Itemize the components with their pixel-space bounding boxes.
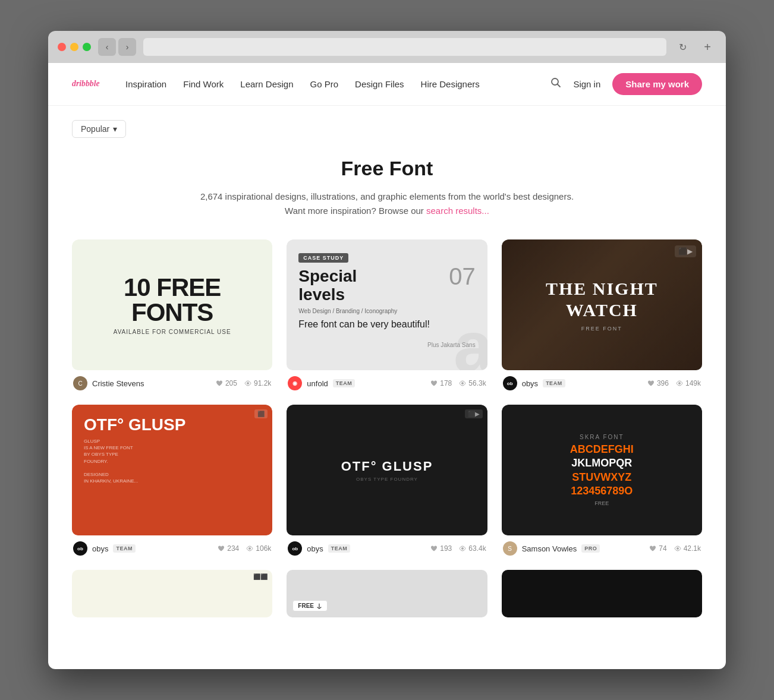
share-my-work-button[interactable]: Share my work xyxy=(612,73,702,95)
reload-button[interactable]: ↻ xyxy=(674,38,691,56)
shot-thumbnail-inner-4: OTF° GLUSP GLUSPIS A NEW FREE FONTBY OBY… xyxy=(72,405,272,535)
card2-desc: Free font can be very beautiful! xyxy=(298,319,430,330)
shot-thumbnail-inner-1: 10 FREEFONTS AVAILABLE FOR COMMERCIAL US… xyxy=(72,239,272,370)
author-name-4: obys xyxy=(92,544,108,553)
address-bar[interactable] xyxy=(143,38,666,56)
card3-title: THE NIGHTWATCH xyxy=(546,278,658,321)
likes-count-1: 205 xyxy=(225,379,237,387)
popular-dropdown[interactable]: Popular ▾ xyxy=(72,120,126,138)
views-stat-6: 42.1k xyxy=(674,544,701,553)
svg-point-8 xyxy=(677,547,679,550)
maximize-button[interactable] xyxy=(83,43,91,51)
shot-stats-6: 74 42.1k xyxy=(649,544,701,553)
likes-count-6: 74 xyxy=(659,544,666,553)
views-count-5: 63.4k xyxy=(468,544,486,553)
shot-thumbnail-1: 10 FREEFONTS AVAILABLE FOR COMMERCIAL US… xyxy=(72,239,272,370)
author-avatar-5: ob xyxy=(288,541,302,556)
views-count-3: 149k xyxy=(685,379,701,387)
nav-inspiration[interactable]: Inspiration xyxy=(125,79,166,89)
back-button[interactable]: ‹ xyxy=(98,38,116,56)
card1-subtitle: AVAILABLE FOR COMMERCIAL USE xyxy=(114,329,231,335)
likes-count-3: 396 xyxy=(657,379,669,387)
card6-row4: 123456789O xyxy=(571,484,633,498)
likes-count-5: 193 xyxy=(440,544,452,553)
shot-thumbnail-3: THE NIGHTWATCH FREE FONT ⬛▶ xyxy=(502,239,702,370)
bottom-card-1[interactable]: ⬛⬛ xyxy=(72,570,272,617)
shot-card-2[interactable]: CASE STUDY Speciallevels Web Design / Br… xyxy=(287,239,487,390)
views-count-6: 42.1k xyxy=(684,544,701,553)
forward-button[interactable]: › xyxy=(118,38,136,56)
browser-window: ‹ › ↻ + dribbble Inspiration Find Work L… xyxy=(48,31,726,669)
shot-card-6[interactable]: SKRA FONT ABCDEFGHI JKLMOPQR STUVWXYZ 12… xyxy=(502,405,702,556)
description-text: 2,674 inspirational designs, illustratio… xyxy=(200,191,574,201)
shot-thumbnail-inner-6: SKRA FONT ABCDEFGHI JKLMOPQR STUVWXYZ 12… xyxy=(502,405,702,535)
shot-meta-4: ob obys TEAM 234 106k xyxy=(72,541,272,556)
author-avatar-2: ◉ xyxy=(288,376,302,390)
views-stat-3: 149k xyxy=(676,379,701,387)
shot-card-5[interactable]: OTF° GLUSP OBYS TYPE FOUNDRY ⬛▶ ob obys … xyxy=(287,405,487,556)
card2-font-name: Plus Jakarta Sans xyxy=(298,342,475,348)
likes-stat-5: 193 xyxy=(430,544,452,553)
bottom-card1-icon: ⬛⬛ xyxy=(253,573,268,580)
shots-grid: 10 FREEFONTS AVAILABLE FOR COMMERCIAL US… xyxy=(72,239,702,556)
nav-go-pro[interactable]: Go Pro xyxy=(310,79,339,89)
author-name-2: unfold xyxy=(307,379,328,388)
likes-count-2: 178 xyxy=(440,379,452,387)
shot-stats-3: 396 149k xyxy=(647,379,701,387)
bottom-card-3[interactable] xyxy=(502,570,702,617)
main-content: Popular ▾ Free Font 2,674 inspirational … xyxy=(48,106,726,617)
card2-left: CASE STUDY Speciallevels Web Design / Br… xyxy=(298,251,430,330)
views-count-4: 106k xyxy=(256,544,271,553)
shot-stats-5: 193 63.4k xyxy=(430,544,486,553)
filter-bar: Popular ▾ xyxy=(72,120,702,138)
shot-stats-4: 234 106k xyxy=(218,544,271,553)
shot-author-4: ob obys TEAM xyxy=(73,541,136,556)
nav-design-files[interactable]: Design Files xyxy=(355,79,404,89)
shot-stats-2: 178 56.3k xyxy=(430,379,486,387)
svg-point-3 xyxy=(247,382,249,384)
svg-point-6 xyxy=(248,547,251,550)
author-avatar-3: ob xyxy=(503,376,517,390)
author-avatar-6: S xyxy=(503,541,517,556)
author-name-6: Samson Vowles xyxy=(522,544,577,553)
search-results-link[interactable]: search results... xyxy=(426,206,489,216)
likes-stat-4: 234 xyxy=(218,544,239,553)
nav-find-work[interactable]: Find Work xyxy=(183,79,224,89)
card5-icon: ⬛▶ xyxy=(465,409,483,418)
shot-meta-2: ◉ unfold TEAM 178 56.3k xyxy=(287,376,487,390)
card4-content: OTF° GLUSP GLUSPIS A NEW FREE FONTBY OBY… xyxy=(84,417,260,484)
minimize-button[interactable] xyxy=(70,43,78,51)
browser-nav-buttons: ‹ › xyxy=(98,38,136,56)
shot-card-3[interactable]: THE NIGHTWATCH FREE FONT ⬛▶ ob obys xyxy=(502,239,702,390)
sign-in-link[interactable]: Sign in xyxy=(573,79,600,89)
shot-meta-6: S Samson Vowles PRO 74 42.1k xyxy=(502,541,702,556)
search-icon[interactable] xyxy=(550,77,561,91)
views-stat-5: 63.4k xyxy=(459,544,486,553)
nav-learn-design[interactable]: Learn Design xyxy=(240,79,293,89)
bottom-card-2[interactable]: FREE xyxy=(287,570,487,617)
chevron-down-icon: ▾ xyxy=(113,124,117,134)
svg-point-7 xyxy=(461,547,464,550)
team-badge-3: TEAM xyxy=(543,379,565,387)
shot-meta-5: ob obys TEAM 193 63.4k xyxy=(287,541,487,556)
dribbble-logo[interactable]: dribbble xyxy=(72,77,102,92)
author-name-1: Cristie Stevens xyxy=(92,379,144,388)
shot-card-4[interactable]: OTF° GLUSP GLUSPIS A NEW FREE FONTBY OBY… xyxy=(72,405,272,556)
card2-title: Speciallevels xyxy=(298,267,430,304)
likes-stat-6: 74 xyxy=(649,544,666,553)
svg-point-4 xyxy=(461,382,464,384)
shot-author-5: ob obys TEAM xyxy=(288,541,350,556)
shot-card-1[interactable]: 10 FREEFONTS AVAILABLE FOR COMMERCIAL US… xyxy=(72,239,272,390)
card4-brand: OTF° GLUSP xyxy=(84,417,260,433)
new-tab-button[interactable]: + xyxy=(699,38,716,56)
card6-row2: JKLMOPQR xyxy=(571,456,632,470)
shot-stats-1: 205 91.2k xyxy=(216,379,271,387)
card2-header: CASE STUDY Speciallevels Web Design / Br… xyxy=(298,251,475,330)
nav-hire-designers[interactable]: Hire Designers xyxy=(421,79,480,89)
views-stat-1: 91.2k xyxy=(244,379,271,387)
close-button[interactable] xyxy=(58,43,66,51)
shot-author-1: C Cristie Stevens xyxy=(73,376,144,390)
shot-thumbnail-5: OTF° GLUSP OBYS TYPE FOUNDRY ⬛▶ xyxy=(287,405,487,535)
card3-sub: FREE FONT xyxy=(546,326,658,332)
svg-text:dribbble: dribbble xyxy=(72,79,100,88)
